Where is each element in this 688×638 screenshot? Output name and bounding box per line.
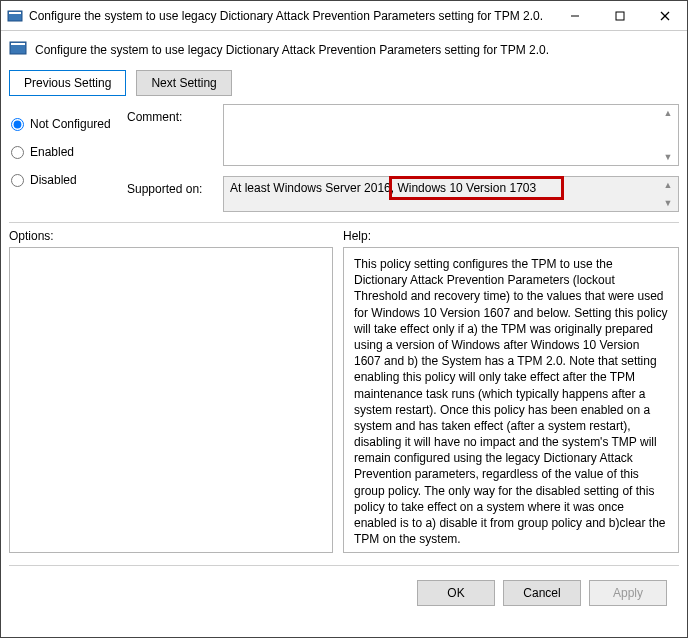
close-button[interactable] [642,1,687,31]
bottom-bar: OK Cancel Apply [9,565,679,606]
next-setting-button[interactable]: Next Setting [136,70,231,96]
supported-on-label: Supported on: [127,176,213,196]
supported-scroll-up-icon[interactable]: ▲ [660,178,676,192]
apply-button: Apply [589,580,667,606]
supported-on-value: At least Windows Server 2016, Windows 10… [230,181,536,195]
help-label: Help: [343,229,371,243]
divider [9,222,679,223]
radio-not-configured[interactable]: Not Configured [9,110,127,138]
cancel-button[interactable]: Cancel [503,580,581,606]
radio-enabled-label: Enabled [30,145,74,159]
help-text: This policy setting configures the TPM t… [354,257,668,546]
app-icon [7,8,23,24]
window-title: Configure the system to use legacy Dicti… [29,9,552,23]
state-radios: Not Configured Enabled Disabled [9,104,127,212]
radio-disabled[interactable]: Disabled [9,166,127,194]
comment-scroll-up-icon[interactable]: ▲ [660,106,676,120]
radio-disabled-label: Disabled [30,173,77,187]
radio-not-configured-input[interactable] [11,118,24,131]
svg-rect-3 [616,12,624,20]
titlebar: Configure the system to use legacy Dicti… [1,1,687,31]
options-label: Options: [9,229,343,243]
radio-disabled-input[interactable] [11,174,24,187]
nav-row: Previous Setting Next Setting [1,68,687,104]
supported-scroll-down-icon[interactable]: ▼ [660,196,676,210]
supported-on-textbox: At least Windows Server 2016, Windows 10… [223,176,679,212]
radio-not-configured-label: Not Configured [30,117,111,131]
radio-enabled[interactable]: Enabled [9,138,127,166]
help-panel: This policy setting configures the TPM t… [343,247,679,553]
comment-textbox[interactable]: ▲ ▼ [223,104,679,166]
ok-button[interactable]: OK [417,580,495,606]
radio-enabled-input[interactable] [11,146,24,159]
comment-scroll-down-icon[interactable]: ▼ [660,150,676,164]
comment-label: Comment: [127,104,213,124]
options-panel [9,247,333,553]
policy-title: Configure the system to use legacy Dicti… [35,43,549,57]
svg-rect-7 [11,43,25,45]
policy-icon [9,39,27,60]
maximize-button[interactable] [597,1,642,31]
header: Configure the system to use legacy Dicti… [1,31,687,68]
svg-rect-1 [9,12,21,14]
previous-setting-button[interactable]: Previous Setting [9,70,126,96]
svg-line-5 [661,12,669,20]
minimize-button[interactable] [552,1,597,31]
svg-line-4 [661,12,669,20]
